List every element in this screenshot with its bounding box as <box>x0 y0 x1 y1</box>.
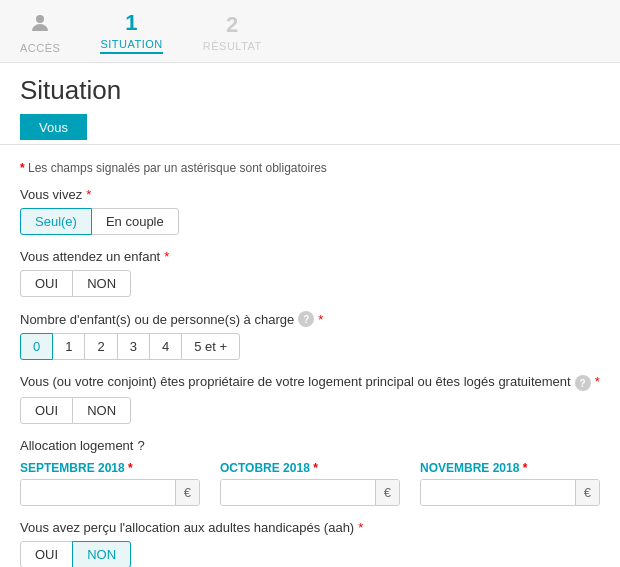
vivez-label: Vous vivez * <box>20 187 600 202</box>
alloc-oct-label: OCTOBRE 2018 * <box>220 461 400 475</box>
alloc-sept-input-wrap: € <box>20 479 200 506</box>
alloc-sept-input[interactable] <box>21 480 175 505</box>
nombre-enfants-help-icon[interactable]: ? <box>298 311 314 327</box>
stepper: ACCÈS 1 SITUATION 2 RÉSULTAT <box>0 0 620 63</box>
alloc-oct-input[interactable] <box>221 480 375 505</box>
allocation-label: Allocation logement ? <box>20 438 600 453</box>
page-title: Situation <box>0 63 620 114</box>
nombre-5plus[interactable]: 5 et + <box>181 333 240 360</box>
step-situation[interactable]: 1 SITUATION <box>100 10 162 54</box>
proprietaire-non[interactable]: NON <box>72 397 131 424</box>
form-content: * Les champs signalés par un astérisque … <box>0 153 620 567</box>
step-resultat-label: RÉSULTAT <box>203 40 262 52</box>
tabs: Vous <box>0 114 620 140</box>
proprietaire-help-icon[interactable]: ? <box>575 375 591 391</box>
enfant-non[interactable]: NON <box>72 270 131 297</box>
nombre-enfants-label: Nombre d'enfant(s) ou de personne(s) à c… <box>20 311 600 327</box>
alloc-nov-input[interactable] <box>421 480 575 505</box>
step-acces-label: ACCÈS <box>20 42 60 54</box>
alloc-nov: NOVEMBRE 2018 * € <box>420 461 600 506</box>
proprietaire-options: OUI NON <box>20 397 600 424</box>
nombre-2[interactable]: 2 <box>84 333 117 360</box>
alloc-sept-euro: € <box>175 480 199 505</box>
nombre-0[interactable]: 0 <box>20 333 53 360</box>
nombre-1[interactable]: 1 <box>52 333 85 360</box>
step-resultat-number: 2 <box>226 12 239 38</box>
asterisk-symbol: * <box>20 161 25 175</box>
allocation-section: Allocation logement ? SEPTEMBRE 2018 * €… <box>20 438 600 506</box>
step-acces[interactable]: ACCÈS <box>20 11 60 54</box>
step-resultat[interactable]: 2 RÉSULTAT <box>203 12 262 52</box>
enfant-group: Vous attendez un enfant * OUI NON <box>20 249 600 297</box>
proprietaire-label: Vous (ou votre conjoint) êtes propriétai… <box>20 374 600 391</box>
aah-non[interactable]: NON <box>72 541 131 567</box>
nombre-3[interactable]: 3 <box>117 333 150 360</box>
aah-label: Vous avez perçu l'allocation aux adultes… <box>20 520 600 535</box>
nombre-enfants-group: Nombre d'enfant(s) ou de personne(s) à c… <box>20 311 600 360</box>
nombre-options: 0 1 2 3 4 5 et + <box>20 333 600 360</box>
alloc-nov-input-wrap: € <box>420 479 600 506</box>
alloc-sept-label: SEPTEMBRE 2018 * <box>20 461 200 475</box>
alloc-oct: OCTOBRE 2018 * € <box>220 461 400 506</box>
alloc-oct-euro: € <box>375 480 399 505</box>
tab-vous[interactable]: Vous <box>20 114 87 140</box>
required-note-text: Les champs signalés par un astérisque so… <box>28 161 327 175</box>
required-note: * Les champs signalés par un astérisque … <box>20 161 600 175</box>
allocation-help-icon[interactable]: ? <box>137 438 144 453</box>
alloc-nov-label: NOVEMBRE 2018 * <box>420 461 600 475</box>
svg-point-0 <box>36 15 44 23</box>
alloc-nov-euro: € <box>575 480 599 505</box>
alloc-sept: SEPTEMBRE 2018 * € <box>20 461 200 506</box>
allocation-inputs: SEPTEMBRE 2018 * € OCTOBRE 2018 * € <box>20 461 600 506</box>
enfant-options: OUI NON <box>20 270 600 297</box>
proprietaire-group: Vous (ou votre conjoint) êtes propriétai… <box>20 374 600 424</box>
step-situation-label: SITUATION <box>100 38 162 54</box>
vivez-group: Vous vivez * Seul(e) En couple <box>20 187 600 235</box>
step-situation-number: 1 <box>125 10 138 36</box>
user-icon <box>28 11 52 40</box>
vivez-couple[interactable]: En couple <box>91 208 179 235</box>
vivez-options: Seul(e) En couple <box>20 208 600 235</box>
alloc-oct-input-wrap: € <box>220 479 400 506</box>
aah-options: OUI NON <box>20 541 600 567</box>
nombre-4[interactable]: 4 <box>149 333 182 360</box>
enfant-label: Vous attendez un enfant * <box>20 249 600 264</box>
aah-oui[interactable]: OUI <box>20 541 73 567</box>
vivez-seul[interactable]: Seul(e) <box>20 208 92 235</box>
enfant-oui[interactable]: OUI <box>20 270 73 297</box>
aah-group: Vous avez perçu l'allocation aux adultes… <box>20 520 600 567</box>
proprietaire-oui[interactable]: OUI <box>20 397 73 424</box>
